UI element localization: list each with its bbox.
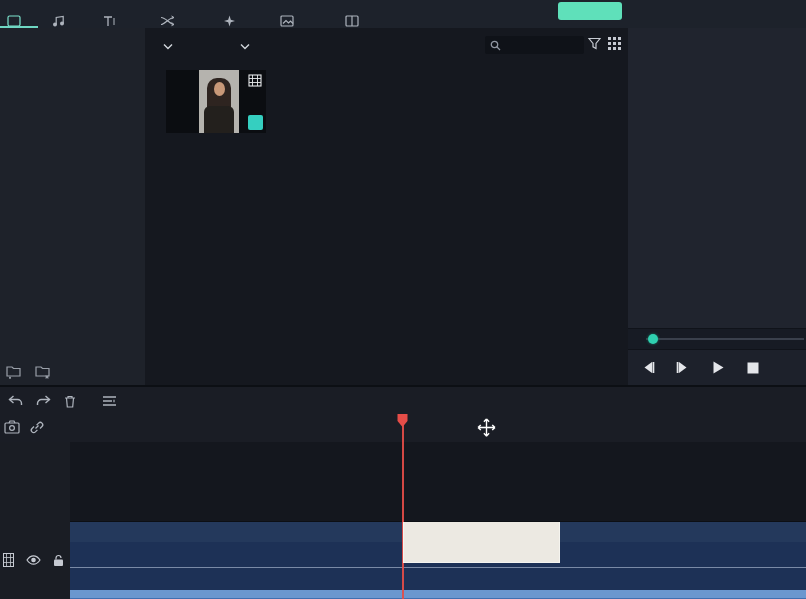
move-cursor-icon (476, 417, 497, 438)
effects-icon (223, 15, 236, 27)
sidebar-item-videos-de-muestra[interactable] (0, 133, 145, 155)
tab-titulos[interactable] (86, 0, 132, 28)
delete-folder-icon[interactable] (34, 364, 52, 379)
split-screen-icon (345, 15, 359, 27)
media-thumbnail (199, 70, 239, 133)
tab-efectos[interactable] (206, 0, 252, 28)
tab-medios[interactable] (0, 0, 42, 28)
track-lock-icon[interactable] (53, 554, 64, 567)
delete-icon[interactable] (64, 395, 76, 408)
transitions-icon (160, 15, 175, 27)
tab-elementos[interactable] (258, 0, 316, 28)
search-box[interactable] (485, 36, 584, 54)
filmora-window (0, 0, 806, 599)
search-icon (490, 40, 501, 51)
sidebar-item-medios-de-proyecto[interactable] (0, 33, 145, 55)
ruler-ticks (70, 414, 806, 442)
video-track-icon (3, 553, 14, 567)
transport-controls (628, 350, 806, 385)
tab-pantalla-dividida[interactable] (312, 0, 392, 28)
previous-frame-button[interactable] (640, 360, 656, 376)
chevron-down-icon (163, 43, 173, 50)
undo-icon[interactable] (8, 395, 23, 407)
sidebar-item-medios-favoritos[interactable] (0, 83, 145, 105)
sidebar-folder-actions (0, 358, 151, 384)
waveform-midline (70, 567, 806, 568)
seek-bar[interactable] (628, 328, 806, 350)
next-frame-button[interactable] (675, 360, 691, 376)
playhead-marker[interactable] (395, 413, 410, 428)
grid-view-icon[interactable] (608, 37, 621, 50)
track-header (0, 550, 73, 570)
selected-check-icon (248, 115, 263, 130)
video-filmstrip-overlay[interactable] (403, 522, 560, 563)
add-folder-icon[interactable] (6, 364, 24, 379)
chevron-down-icon (240, 43, 250, 50)
media-panel (145, 28, 629, 385)
seek-track[interactable] (646, 338, 804, 340)
export-button[interactable] (558, 2, 622, 20)
play-button[interactable] (710, 360, 726, 376)
timeline-clip[interactable] (70, 522, 806, 599)
tab-transiciones[interactable] (134, 0, 200, 28)
search-input[interactable] (501, 38, 575, 52)
record-button[interactable] (235, 37, 250, 55)
stop-button[interactable] (745, 360, 761, 376)
timeline-toolbar (0, 391, 117, 411)
timeline-section (0, 385, 806, 599)
audio-icon (51, 15, 65, 27)
seek-knob[interactable] (648, 334, 658, 344)
sidebar-item-colores-de-muestra[interactable] (0, 158, 145, 180)
playhead-line[interactable] (402, 415, 404, 599)
elements-icon (280, 15, 294, 27)
preview-panel (628, 28, 806, 385)
sidebar-item-carpeta-1[interactable] (0, 58, 145, 80)
library-sidebar (0, 28, 146, 385)
import-button[interactable] (158, 37, 173, 55)
track-manager-icon[interactable] (102, 395, 117, 407)
sidebar-item-carpeta-2[interactable] (0, 108, 145, 130)
track-visibility-eye-icon[interactable] (26, 555, 41, 565)
video-file-icon (248, 74, 262, 87)
redo-icon[interactable] (36, 395, 51, 407)
track-header-column (0, 442, 71, 599)
top-toolbar (0, 0, 806, 29)
filter-icon[interactable] (588, 37, 601, 50)
titles-icon (102, 15, 116, 27)
media-item-card[interactable] (166, 70, 266, 133)
empty-track-area[interactable] (70, 442, 806, 522)
tab-audio[interactable] (38, 0, 78, 28)
